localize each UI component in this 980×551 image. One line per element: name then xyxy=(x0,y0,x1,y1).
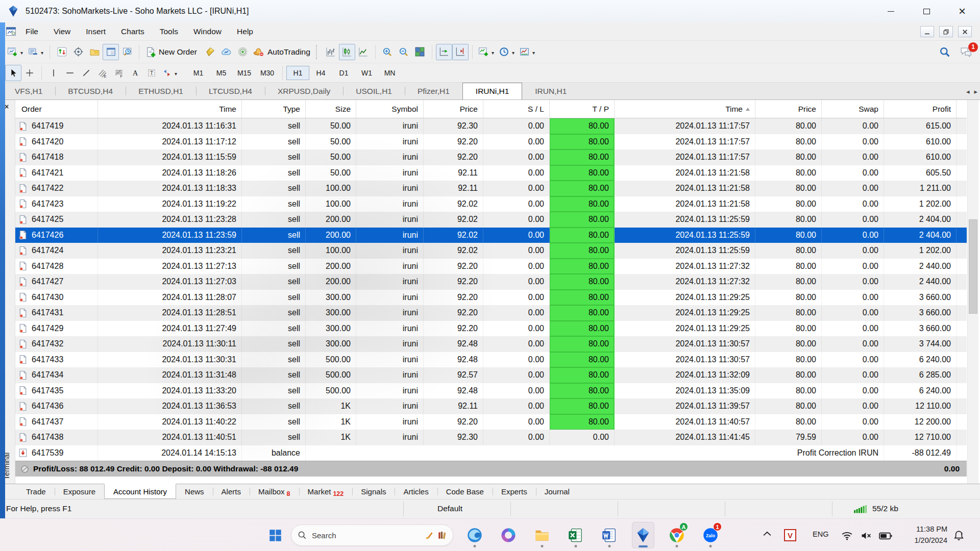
history-row-6417424[interactable]: 64174242024.01.13 11:23:21sell100.00irun… xyxy=(15,243,967,259)
taskbar-app-chrome[interactable]: A xyxy=(666,522,688,548)
timeframe-m1[interactable]: M1 xyxy=(187,66,210,80)
traffic-text[interactable]: 55/2 kb xyxy=(872,504,898,513)
taskbar-app-file-explorer[interactable] xyxy=(531,522,553,548)
chart-tab-ltcusd-h4[interactable]: LTCUSD,H4 xyxy=(196,83,265,99)
column-header-type[interactable]: Type xyxy=(242,100,306,118)
history-row-6417430[interactable]: 64174302024.01.13 11:28:07sell300.00irun… xyxy=(15,290,967,306)
history-row-6417418[interactable]: 64174182024.01.13 11:15:59sell50.00iruni… xyxy=(15,149,967,165)
history-row-6417429[interactable]: 64174292024.01.13 11:27:49sell300.00irun… xyxy=(15,321,967,337)
zoom-in-button[interactable] xyxy=(379,44,396,60)
strategy-tester-button[interactable] xyxy=(119,44,135,60)
column-header-profit[interactable]: Profit xyxy=(884,100,957,118)
menu-window[interactable]: Window xyxy=(186,22,229,40)
scrollbar-thumb[interactable] xyxy=(969,219,977,314)
dropdown-arrow-icon[interactable] xyxy=(19,47,23,57)
history-row-6417432[interactable]: 64174322024.01.13 11:30:11sell300.00irun… xyxy=(15,336,967,352)
column-header-size[interactable]: Size xyxy=(306,100,356,118)
taskbar-app-word[interactable] xyxy=(598,522,621,548)
history-row-6417437[interactable]: 64174372024.01.13 11:40:22sell1Kiruni92.… xyxy=(15,414,967,430)
table-scrollbar[interactable] xyxy=(967,100,978,484)
tile-windows-button[interactable] xyxy=(412,44,428,60)
column-header-order[interactable]: Order xyxy=(15,100,98,118)
tab-scroll-left-icon[interactable] xyxy=(966,87,970,96)
chat-button[interactable]: 1 xyxy=(960,46,973,58)
history-row-6417423[interactable]: 64174232024.01.13 11:19:22sell100.00irun… xyxy=(15,196,967,212)
language-indicator[interactable]: ENG xyxy=(813,530,828,538)
chart-tab-pfizer-h1[interactable]: Pfizer,H1 xyxy=(405,83,462,99)
timeframe-mn[interactable]: MN xyxy=(378,66,401,80)
equidistant-channel-button[interactable]: E xyxy=(94,65,111,81)
chart-tab-irun-h1[interactable]: IRUN,H1 xyxy=(522,83,579,99)
history-row-6417434[interactable]: 64174342024.01.13 11:31:48sell500.00irun… xyxy=(15,367,967,383)
favorites-button[interactable] xyxy=(86,44,103,60)
algo-trading-cloud-button[interactable] xyxy=(218,44,234,60)
candlestick-mode-button[interactable] xyxy=(339,44,355,60)
start-button[interactable] xyxy=(269,529,282,542)
terminal-tab-signals[interactable]: Signals xyxy=(352,484,395,499)
mdi-restore-button[interactable] xyxy=(939,26,953,37)
terminal-tab-journal[interactable]: Journal xyxy=(536,484,578,499)
chart-tab-ethusd-h1[interactable]: ETHUSD,H1 xyxy=(126,83,196,99)
terminal-close-icon[interactable] xyxy=(5,103,9,111)
periods-button[interactable] xyxy=(497,44,517,60)
tab-scroll-right-icon[interactable] xyxy=(974,87,977,96)
column-header-price[interactable]: Price xyxy=(755,100,822,118)
maximize-button[interactable] xyxy=(909,0,944,22)
terminal-tab-mailbox[interactable]: Mailbox8 xyxy=(250,484,299,499)
arrows-button[interactable] xyxy=(160,65,180,81)
profiles-button[interactable] xyxy=(26,44,46,60)
terminal-tab-articles[interactable]: Articles xyxy=(395,484,437,499)
history-row-6417433[interactable]: 64174332024.01.13 11:30:31sell500.00irun… xyxy=(15,352,967,368)
auto-scroll-button[interactable] xyxy=(436,44,452,60)
tray-chevron-up-icon[interactable] xyxy=(763,531,771,536)
history-row-6417425[interactable]: 64174252024.01.13 11:23:28sell200.00irun… xyxy=(15,212,967,228)
terminal-tab-market[interactable]: Market122 xyxy=(299,484,353,499)
timeframe-m5[interactable]: M5 xyxy=(210,66,233,80)
vertical-line-button[interactable] xyxy=(45,65,62,81)
menu-tools[interactable]: Tools xyxy=(152,22,186,40)
column-header-symbol[interactable]: Symbol xyxy=(356,100,424,118)
taskbar-app-excel[interactable] xyxy=(565,522,587,548)
battery-icon[interactable] xyxy=(879,532,892,540)
chart-tab-xrpusd-daily[interactable]: XRPUSD,Daily xyxy=(265,83,343,99)
history-row-6417421[interactable]: 64174212024.01.13 11:18:26sell50.00iruni… xyxy=(15,165,967,181)
chart-shift-button[interactable] xyxy=(452,44,469,60)
history-row-6417426[interactable]: 64174262024.01.13 11:23:59sell200.00irun… xyxy=(15,228,967,243)
terminal-tab-alerts[interactable]: Alerts xyxy=(213,484,250,499)
balance-row[interactable]: 64175392024.01.14 14:15:13balanceProfit … xyxy=(15,445,967,461)
history-row-6417427[interactable]: 64174272024.01.13 11:27:03sell200.00irun… xyxy=(15,274,967,290)
navigator-button[interactable] xyxy=(70,44,86,60)
dropdown-arrow-icon[interactable] xyxy=(174,68,177,78)
fibonacci-retracement-button[interactable]: F xyxy=(111,65,127,81)
metaeditor-button[interactable] xyxy=(202,44,218,60)
tray-v-app-icon[interactable]: V xyxy=(784,529,796,541)
history-row-6417428[interactable]: 64174282024.01.13 11:27:13sell200.00irun… xyxy=(15,259,967,274)
column-header-price[interactable]: Price xyxy=(424,100,483,118)
chart-window-icon[interactable] xyxy=(6,27,16,36)
mdi-minimize-button[interactable] xyxy=(920,26,934,37)
menu-insert[interactable]: Insert xyxy=(78,22,113,40)
clock[interactable]: 11:38 PM 1/20/2024 xyxy=(896,523,947,546)
menu-view[interactable]: View xyxy=(46,22,78,40)
notification-bell-icon[interactable]: z xyxy=(953,530,964,541)
column-header-time[interactable]: Time xyxy=(98,100,242,118)
taskbar-app-copilot[interactable] xyxy=(497,522,520,548)
timeframe-h4[interactable]: H4 xyxy=(309,66,332,80)
history-row-6417435[interactable]: 64174352024.01.13 11:33:20sell500.00irun… xyxy=(15,383,967,399)
templates-button[interactable] xyxy=(517,44,537,60)
bar-chart-mode-button[interactable] xyxy=(323,44,339,60)
chart-tab-iruni-h1[interactable]: IRUNi,H1 xyxy=(462,83,522,99)
status-profile[interactable]: Default xyxy=(437,504,462,513)
volume-mute-icon[interactable] xyxy=(861,531,872,540)
history-row-6417431[interactable]: 64174312024.01.13 11:28:51sell300.00irun… xyxy=(15,305,967,321)
wifi-icon[interactable] xyxy=(841,531,853,540)
timeframe-w1[interactable]: W1 xyxy=(355,66,378,80)
dropdown-arrow-icon[interactable] xyxy=(511,47,514,57)
horizontal-line-button[interactable] xyxy=(62,65,78,81)
close-button[interactable] xyxy=(944,0,980,22)
chart-tab-usoil-h1[interactable]: USOIL,H1 xyxy=(343,83,405,99)
history-row-6417420[interactable]: 64174202024.01.13 11:17:12sell50.00iruni… xyxy=(15,134,967,150)
chart-tab-btcusd-h4[interactable]: BTCUSD,H4 xyxy=(55,83,126,99)
history-row-6417438[interactable]: 64174382024.01.13 11:40:51sell1Kiruni92.… xyxy=(15,430,967,445)
taskbar-app-edge[interactable] xyxy=(463,522,486,548)
